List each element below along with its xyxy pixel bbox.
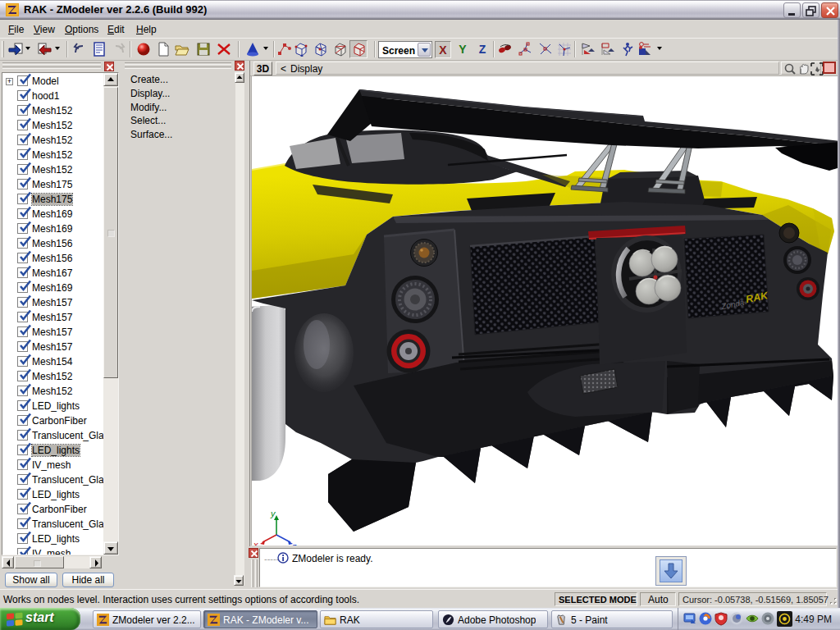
svg-text:z: z (291, 541, 297, 546)
svg-text:x: x (253, 540, 258, 546)
